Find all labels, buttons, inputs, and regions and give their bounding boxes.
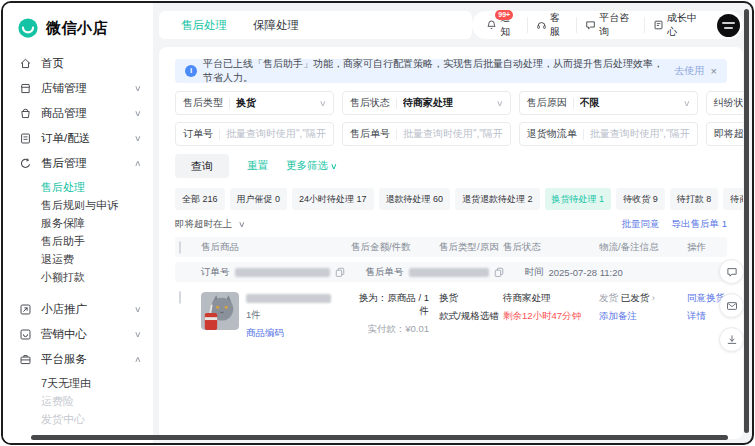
chevron-down-icon: ∨: [134, 305, 142, 314]
tab-guarantee-handle[interactable]: 保障处理: [253, 18, 299, 33]
status-cell: 待商家处理 剩余12小时47分钟: [503, 292, 599, 323]
col-header-product: 售后商品: [201, 241, 351, 254]
sidebar-item-platform-services[interactable]: 平台服务 ∧: [3, 347, 153, 372]
filter-return-tracking-input[interactable]: 退货物流单 批量查询时使用","隔开: [519, 122, 698, 146]
status-tab-refund-pending[interactable]: 退款待处理 60: [379, 188, 451, 210]
sidebar-item-small-payment[interactable]: 小额打款: [3, 268, 153, 286]
close-icon[interactable]: ×: [711, 65, 717, 77]
notifications-button[interactable]: 通知 99+: [478, 17, 526, 33]
download-float-button[interactable]: [719, 327, 744, 352]
customer-service-button[interactable]: 客服: [527, 17, 576, 33]
redacted-order-number: [235, 268, 330, 277]
top-bar: 售后处理 保障处理 通知 99+ 客服 平台咨询: [159, 11, 743, 39]
sidebar-item-aftersales-assistant[interactable]: 售后助手: [3, 232, 153, 250]
status-tab-return-refund-pending[interactable]: 退货退款待处理 2: [455, 188, 540, 210]
sidebar-item-aftersales-rules[interactable]: 售后规则与申诉: [3, 196, 153, 214]
floating-toolbar: [719, 259, 744, 352]
filter-aftersale-reason[interactable]: 售后原因 不限 ∨: [519, 91, 698, 115]
sidebar-item-orders[interactable]: 订单/配送 ∨: [3, 126, 153, 151]
ship-label: 发货: [599, 292, 618, 303]
app-title: 微信小店: [46, 19, 108, 38]
status-tab-all[interactable]: 全部 216: [175, 188, 225, 210]
sidebar-item-service-guarantee[interactable]: 服务保障: [3, 214, 153, 232]
batch-agree-link[interactable]: 批量同意: [622, 218, 660, 231]
sidebar: 微信小店 首页 店铺管理 ∨ 商品管理 ∨ 订单/配送 ∨ 售后管理 ∧ 售后处…: [3, 3, 153, 443]
tab-aftersales-handle[interactable]: 售后处理: [181, 18, 227, 33]
notice-banner: i 平台已上线「售后助手」功能，商家可自行配置策略，实现售后批量自动处理，从而提…: [175, 59, 727, 83]
main-area: 售后处理 保障处理 通知 99+ 客服 平台咨询: [153, 3, 752, 443]
reset-button[interactable]: 重置: [247, 159, 268, 173]
col-header-status: 售后状态: [503, 241, 599, 254]
product-cell: 1件 商品编码: [201, 292, 351, 340]
aftersale-time: 2025-07-28 11:20: [549, 267, 623, 278]
vertical-scrollbar[interactable]: [744, 9, 749, 433]
chevron-down-icon: ∨: [238, 220, 246, 229]
sidebar-item-aftersales-handle[interactable]: 售后处理: [3, 178, 153, 196]
query-button[interactable]: 查询: [175, 154, 229, 178]
list-toolbar: 即将超时在上 ∨ 批量同意 导出售后单 1: [175, 218, 727, 231]
sidebar-item-return-freight[interactable]: 退运费: [3, 250, 153, 268]
filter-aftersale-number-input[interactable]: 售后单号 批量查询时使用","隔开: [342, 122, 511, 146]
more-filters-button[interactable]: 更多筛选 ∨: [286, 159, 337, 173]
export-aftersales-link[interactable]: 导出售后单 1: [672, 218, 727, 231]
sidebar-item-freight-insurance[interactable]: 运费险: [3, 392, 153, 410]
aftersale-reason: 款式/规格选错: [439, 310, 503, 323]
filter-aftersale-status[interactable]: 售后状态 待商家处理 ∨: [342, 91, 511, 115]
notice-use-link[interactable]: 去使用: [675, 64, 705, 78]
filter-aftersale-type[interactable]: 售后类型 换货 ∨: [175, 91, 334, 115]
order-number-placeholder: 批量查询时使用","隔开: [226, 127, 326, 141]
envelope-icon: [726, 300, 738, 312]
refresh-icon: [19, 157, 33, 171]
order-list-icon: [19, 132, 33, 146]
growth-center-button[interactable]: 成长中心: [644, 17, 712, 33]
table-header: 售后商品 售后金额/件数 售后类型/原因 售后状态 物流/备注信息 操作: [175, 237, 727, 257]
marketing-icon: [19, 328, 33, 342]
ship-status-link[interactable]: 已发货: [621, 292, 650, 303]
product-qty: 1件: [246, 309, 331, 322]
sidebar-item-marketing[interactable]: 营销中心 ∨: [3, 322, 153, 347]
sku-code-link[interactable]: 商品编码: [246, 327, 284, 338]
sidebar-item-shipping-center[interactable]: 发货中心: [3, 410, 153, 428]
table-row: 1件 商品编码 换为：原商品 / 1件 实付款：¥0.01 换货 款式/规格选错…: [175, 282, 727, 354]
status-tab-24h-pending[interactable]: 24小时待处理 17: [292, 188, 374, 210]
select-all-checkbox[interactable]: [179, 241, 181, 254]
filter-order-number-input[interactable]: 订单号 批量查询时使用","隔开: [175, 122, 334, 146]
sidebar-item-promotion[interactable]: 小店推广 ∨: [3, 297, 153, 322]
aftersale-number-placeholder: 批量查询时使用","隔开: [403, 127, 503, 141]
sidebar-item-product-mgmt[interactable]: 商品管理 ∨: [3, 101, 153, 126]
filter-expiring-soon[interactable]: 即将超时 不限 ∨: [706, 122, 743, 146]
platform-submenu: 7天无理由 运费险 发货中心: [3, 374, 153, 428]
status-tab-await-receipt[interactable]: 待收货 9: [616, 188, 665, 210]
sort-selector[interactable]: 即将超时在上 ∨: [175, 218, 245, 231]
filter-dispute-status[interactable]: 纠纷状态 不限 ∨: [706, 91, 743, 115]
add-note-link[interactable]: 添加备注: [599, 310, 687, 323]
col-header-amount: 售后金额/件数: [351, 241, 439, 254]
status-tab-exchange-pending[interactable]: 换货待处理 1: [545, 188, 612, 210]
row-checkbox[interactable]: [179, 291, 181, 304]
sidebar-item-home[interactable]: 首页: [3, 51, 153, 76]
chat-bubble-icon: [585, 19, 596, 31]
sidebar-item-7day-no-reason[interactable]: 7天无理由: [3, 374, 153, 392]
status-tab-await-payment[interactable]: 待打款 8: [670, 188, 719, 210]
home-icon: [19, 57, 33, 71]
countdown-text: 剩余12小时47分钟: [503, 310, 599, 323]
mail-float-button[interactable]: [719, 293, 744, 318]
aftersale-type: 换货: [439, 292, 503, 305]
shop-avatar[interactable]: [717, 14, 740, 37]
chat-bubble-icon: [726, 266, 738, 278]
chevron-down-icon: ∨: [683, 99, 691, 108]
info-icon: i: [185, 65, 197, 77]
message-float-button[interactable]: [719, 259, 744, 284]
status-tab-user-urge[interactable]: 用户催促 0: [230, 188, 288, 210]
copy-icon[interactable]: [494, 267, 504, 277]
status-tab-await-evidence[interactable]: 待商家补充凭证 0: [723, 188, 743, 210]
copy-icon[interactable]: [335, 267, 345, 277]
filter-grid: 售后类型 换货 ∨ 售后状态 待商家处理 ∨ 售后原因 不限 ∨ 纠纷状态 不限: [175, 91, 727, 146]
wechat-shop-logo-icon: [17, 17, 39, 39]
sidebar-item-store-mgmt[interactable]: 店铺管理 ∨: [3, 76, 153, 101]
sidebar-item-aftersales-mgmt[interactable]: 售后管理 ∧: [3, 151, 153, 176]
horizontal-scrollbar[interactable]: [31, 435, 728, 440]
platform-consult-button[interactable]: 平台咨询: [576, 17, 644, 33]
type-reason-cell: 换货 款式/规格选错: [439, 292, 503, 323]
filter-actions: 查询 重置 更多筛选 ∨: [175, 154, 727, 178]
